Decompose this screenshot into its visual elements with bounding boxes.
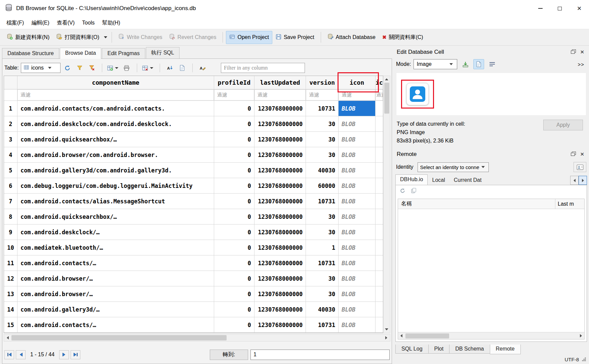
delete-record-button[interactable] [142,63,155,73]
row-number[interactable]: 13 [4,286,17,302]
cell-version[interactable]: 10731 [306,255,339,271]
remote-clone-icon[interactable] [411,188,417,195]
float-dock-icon[interactable] [571,49,576,55]
menu-help[interactable]: 幫助(H) [98,17,124,29]
save-project-button[interactable]: Save Project [272,31,318,44]
vertical-scrollbar[interactable] [383,76,390,333]
cell-partial[interactable] [376,240,383,255]
cell-version[interactable]: 30 [306,209,339,225]
cell-partial[interactable] [376,317,383,333]
cell-profileId[interactable]: 0 [214,240,254,255]
row-number[interactable]: 2 [4,116,17,132]
cell-icon[interactable]: BLOB [339,178,376,194]
cell-profileId[interactable]: 0 [214,147,254,163]
remote-scroll-right-button[interactable] [578,332,584,339]
sort-ascending-button[interactable]: A [165,63,175,73]
cell-profileId[interactable]: 0 [214,178,254,194]
row-number[interactable]: 9 [4,225,17,240]
cell-componentName[interactable]: com.android.browser/… [17,271,214,286]
menu-view[interactable]: 查看(V) [53,17,78,29]
cell-lastUpdated[interactable]: 1230768000000 [254,271,306,286]
global-filter-input[interactable] [221,63,305,73]
cell-icon[interactable]: BLOB [339,255,376,271]
column-header-partial[interactable]: ic [376,76,383,89]
cell-icon[interactable]: BLOB [339,209,376,225]
cell-partial[interactable] [376,271,383,286]
column-header-version[interactable]: version [306,76,339,89]
cell-lastUpdated[interactable]: 1230768000000 [254,101,306,116]
cell-componentName[interactable]: com.android.contacts/alias.MessageShortc… [17,194,214,209]
column-header-icon[interactable]: icon [339,76,376,89]
cell-profileId[interactable]: 0 [214,163,254,178]
cell-icon[interactable]: BLOB [339,194,376,209]
cell-partial[interactable] [376,194,383,209]
remote-scrollbar-thumb[interactable] [405,333,449,338]
cell-lastUpdated[interactable]: 1230768000000 [254,163,306,178]
cell-profileId[interactable]: 0 [214,271,254,286]
next-record-button[interactable] [59,350,69,359]
cell-version[interactable]: 30 [306,132,339,147]
cell-lastUpdated[interactable]: 1230768000000 [254,317,306,333]
column-header-componentName[interactable]: componentName [17,76,214,89]
cell-partial[interactable] [376,101,383,116]
tab-plot[interactable]: Plot [428,345,449,354]
goto-button[interactable]: 轉到: [210,350,248,360]
scroll-left-button[interactable] [4,334,11,341]
tab-sql-log[interactable]: SQL Log [395,345,428,354]
copy-cell-button[interactable] [177,63,187,73]
filter-icon-column[interactable]: 過濾 [339,89,376,101]
cell-componentName[interactable]: com.android.deskclock/com.android.deskcl… [17,116,214,132]
cell-partial[interactable] [376,147,383,163]
row-number[interactable]: 4 [4,147,17,163]
mode-selector[interactable]: Image [414,59,457,69]
cell-partial[interactable] [376,163,383,178]
close-dock-icon[interactable]: ✕ [580,49,584,55]
tab-browse-data[interactable]: Browse Data [60,48,102,59]
cell-profileId[interactable]: 0 [214,194,254,209]
cell-version[interactable]: 30 [306,286,339,302]
text-view-button[interactable] [473,59,484,69]
tab-scroll-left-button[interactable] [570,176,579,185]
row-number[interactable]: 15 [4,317,17,333]
new-record-button[interactable] [107,63,120,73]
cell-lastUpdated[interactable]: 1230768000000 [254,255,306,271]
cell-icon[interactable]: BLOB [339,225,376,240]
cell-version[interactable]: 10731 [306,194,339,209]
cell-version[interactable]: 30 [306,225,339,240]
menu-tools[interactable]: Tools [78,18,98,28]
cell-profileId[interactable]: 0 [214,132,254,147]
refresh-button[interactable] [63,63,73,73]
menu-file[interactable]: 檔案(F) [3,17,28,29]
cell-componentName[interactable]: com.android.gallery3d/… [17,302,214,317]
import-identity-button[interactable] [574,162,586,172]
cell-version[interactable]: 30 [306,271,339,286]
row-number[interactable]: 8 [4,209,17,225]
remote-column-last-modified[interactable]: Last m [555,199,584,209]
cell-lastUpdated[interactable]: 1230768000000 [254,116,306,132]
column-header-profileId[interactable]: profileId [214,76,254,89]
minimize-button[interactable] [531,0,550,17]
cell-profileId[interactable]: 0 [214,255,254,271]
cell-lastUpdated[interactable]: 1230768000000 [254,147,306,163]
cell-lastUpdated[interactable]: 1230768000000 [254,209,306,225]
goto-input[interactable] [250,350,390,360]
cell-partial[interactable] [376,209,383,225]
resize-grip[interactable] [582,357,586,362]
cell-lastUpdated[interactable]: 1230768000000 [254,302,306,317]
clear-filters-button[interactable] [87,63,97,73]
cell-componentName[interactable]: com.android.deskclock/… [17,225,214,240]
maximize-button[interactable] [550,0,570,17]
cell-lastUpdated[interactable]: 1230768000000 [254,286,306,302]
remote-scroll-left-button[interactable] [398,332,405,339]
cell-partial[interactable] [376,132,383,147]
last-record-button[interactable] [71,350,80,359]
column-header-lastUpdated[interactable]: lastUpdated [254,76,306,89]
cell-lastUpdated[interactable]: 1230768000000 [254,132,306,147]
cell-version[interactable]: 1 [306,240,339,255]
write-changes-button[interactable]: Write Changes [115,31,166,44]
cell-componentName[interactable]: com.android.quicksearchbox/… [17,209,214,225]
cell-partial[interactable] [376,116,383,132]
cell-icon[interactable]: BLOB [339,286,376,302]
cell-profileId[interactable]: 0 [214,317,254,333]
cell-componentName[interactable]: com.android.browser/… [17,286,214,302]
